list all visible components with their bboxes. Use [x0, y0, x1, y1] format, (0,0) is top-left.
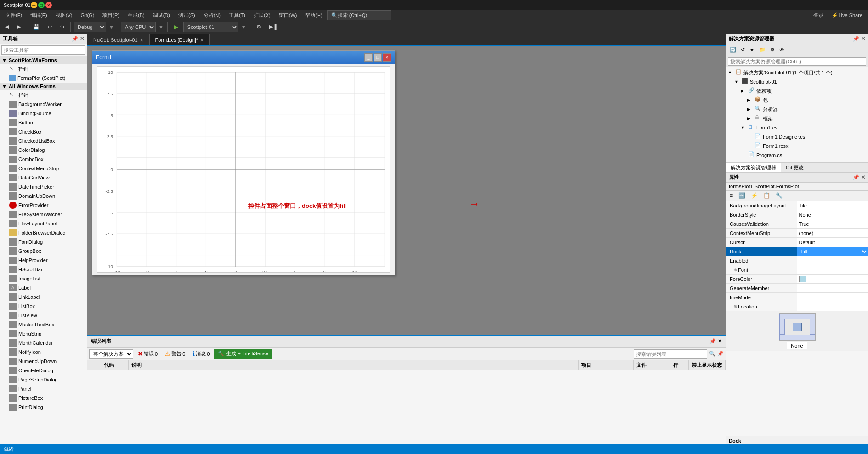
- toolbox-item-label[interactable]: A Label: [0, 283, 87, 292]
- toolbox-item-checkedlistbox[interactable]: CheckedListBox: [0, 136, 87, 146]
- tree-item-form1cs[interactable]: ▼ 🗒 Form1.cs: [726, 123, 868, 132]
- menu-edit[interactable]: 编辑(E): [27, 10, 51, 20]
- toolbox-item-menustrip[interactable]: MenuStrip: [0, 329, 87, 338]
- prop-page-btn[interactable]: 📋: [761, 191, 772, 200]
- toolbox-item-datetimepicker[interactable]: DateTimePicker: [0, 182, 87, 191]
- toolbox-item-listbox[interactable]: ListBox: [0, 302, 87, 311]
- toolbox-search-input[interactable]: [1, 45, 85, 55]
- toolbar-back-btn[interactable]: ◀: [2, 22, 12, 33]
- props-close-icon[interactable]: ✕: [861, 174, 865, 180]
- dock-none-label[interactable]: None: [787, 342, 807, 349]
- toolbox-item-listview[interactable]: ListView: [0, 311, 87, 320]
- config-dropdown[interactable]: Debug Release: [74, 22, 106, 32]
- close-icon[interactable]: ✕: [80, 36, 84, 42]
- prop-value-font[interactable]: [797, 265, 868, 274]
- prop-category-btn[interactable]: ≡: [728, 191, 735, 200]
- search-errors-input[interactable]: [634, 349, 707, 359]
- toolbox-item-pointer-1[interactable]: ↖ 指针: [0, 64, 87, 73]
- toolbox-item-panel[interactable]: Panel: [0, 384, 87, 393]
- sol-search-input[interactable]: [728, 57, 866, 66]
- menu-test[interactable]: 测试(S): [175, 10, 199, 20]
- sol-close-icon[interactable]: ✕: [861, 36, 865, 42]
- tree-item-project[interactable]: ▼ ⬛ Scottplot-01: [726, 77, 868, 86]
- toolbox-item-pointer-2[interactable]: ↖ 指针: [0, 90, 87, 100]
- menu-view[interactable]: 视图(V): [52, 10, 76, 20]
- dock-bottom[interactable]: [779, 335, 815, 340]
- toolbox-item-openfiledialog[interactable]: OpenFileDialog: [0, 366, 87, 375]
- dock-left[interactable]: [779, 319, 785, 335]
- menu-tools[interactable]: 工具(T): [225, 10, 249, 20]
- prop-value-cursor[interactable]: Default: [797, 238, 868, 247]
- dock-visual[interactable]: [779, 313, 816, 341]
- toolbox-item-datagridview[interactable]: DataGridView: [0, 173, 87, 182]
- form-preview[interactable]: Form1 _ □ ✕: [92, 50, 395, 275]
- prop-alpha-btn[interactable]: 🔤: [737, 191, 747, 200]
- dock-fill[interactable]: [793, 323, 802, 331]
- prop-extra-btn[interactable]: 🔧: [774, 191, 784, 200]
- tab-nuget[interactable]: NuGet: Scottplot-01 ✕: [87, 34, 149, 45]
- tree-item-framework[interactable]: ▶ 🏛 框架: [726, 114, 868, 123]
- dock-value-select[interactable]: None Top Bottom Left Right Fill: [797, 247, 868, 256]
- menu-window[interactable]: 窗口(W): [275, 10, 301, 20]
- pin-errors-icon[interactable]: 📌: [717, 351, 724, 357]
- toolbar-redo-btn[interactable]: ↪: [57, 22, 68, 33]
- menu-git[interactable]: Git(G): [77, 10, 98, 20]
- prop-value-bgimagelayout[interactable]: Tile: [797, 201, 868, 210]
- maximize-button[interactable]: □: [38, 2, 45, 8]
- toolbox-item-flowlayoutpanel[interactable]: FlowLayoutPanel: [0, 219, 87, 228]
- error-filter-dropdown[interactable]: 整个解决方案 当前文档: [89, 349, 133, 359]
- dock-none-option[interactable]: None: [728, 342, 866, 349]
- minimize-button[interactable]: ─: [31, 2, 37, 8]
- toolbox-item-formsplot[interactable]: FormsPlot (ScottPlot): [0, 73, 87, 83]
- toolbox-item-contextmenustrip[interactable]: ContextMenuStrip: [0, 164, 87, 173]
- toolbox-item-helpprovider[interactable]: HelpProvider: [0, 256, 87, 265]
- tab-form1design[interactable]: Form1.cs [Design]* ✕: [149, 34, 210, 45]
- menu-search[interactable]: 🔍 搜索 (Ctrl+Q): [327, 10, 391, 20]
- project-dropdown[interactable]: Scottplot-01: [183, 22, 238, 32]
- toolbox-item-notifyicon[interactable]: NotifyIcon: [0, 348, 87, 357]
- run-button[interactable]: ▶: [170, 22, 182, 33]
- bottom-pin-icon[interactable]: 📌: [709, 338, 716, 344]
- sol-filter-btn[interactable]: ▼: [748, 45, 756, 55]
- sol-showallfiles-btn[interactable]: 📁: [757, 45, 767, 55]
- prop-value-borderstyle[interactable]: None: [797, 210, 868, 219]
- right-tab-solution[interactable]: 解决方案资源管理器: [726, 163, 781, 172]
- toolbox-group-allwindows[interactable]: ▼ All Windows Forms: [0, 83, 87, 90]
- prop-value-dock[interactable]: None Top Bottom Left Right Fill: [797, 247, 868, 256]
- sol-props-btn[interactable]: ⚙: [768, 45, 777, 55]
- form-minimize-btn[interactable]: _: [364, 53, 373, 62]
- menu-liveshare[interactable]: ⚡ Live Share: [828, 10, 866, 20]
- menu-analyze[interactable]: 分析(N): [200, 10, 224, 20]
- prop-row-dock[interactable]: Dock None Top Bottom Left Right Fill: [726, 247, 868, 256]
- design-area[interactable]: Form1 _ □ ✕: [87, 46, 726, 335]
- dock-right[interactable]: [810, 319, 815, 335]
- toolbox-item-hscrollbar[interactable]: HScrollBar: [0, 265, 87, 274]
- toolbox-item-groupbox[interactable]: GroupBox: [0, 247, 87, 256]
- toolbox-item-folderbrowserdialog[interactable]: FolderBrowserDialog: [0, 228, 87, 237]
- prop-value-causesvalidation[interactable]: True: [797, 219, 868, 228]
- toolbox-item-bgworker[interactable]: BackgroundWorker: [0, 100, 87, 109]
- toolbox-item-imagelist[interactable]: ImageList: [0, 274, 87, 283]
- prop-value-contextmenustrip[interactable]: (none): [797, 229, 868, 237]
- toolbar-undo-btn[interactable]: ↩: [45, 22, 55, 33]
- form-close-btn[interactable]: ✕: [383, 53, 391, 62]
- toolbox-group-scottplot[interactable]: ▼ ScottPlot.WinForms: [0, 56, 87, 64]
- tree-item-form1designer[interactable]: 📄 Form1.Designer.cs: [726, 132, 868, 141]
- props-pin-icon[interactable]: 📌: [853, 174, 859, 180]
- tree-item-programcs[interactable]: 📄 Program.cs: [726, 151, 868, 160]
- close-button[interactable]: ✕: [45, 2, 52, 8]
- tree-item-packages[interactable]: ▶ 📦 包: [726, 95, 868, 105]
- toolbox-item-fontdialog[interactable]: FontDialog: [0, 237, 87, 247]
- form-maximize-btn[interactable]: □: [374, 53, 382, 62]
- prop-event-btn[interactable]: ⚡: [749, 191, 760, 200]
- toolbox-item-linklabel[interactable]: LinkLabel: [0, 292, 87, 302]
- toolbox-item-combobox[interactable]: ComboBox: [0, 155, 87, 164]
- toolbar-save-btn[interactable]: 💾: [30, 22, 43, 33]
- sol-pin-icon[interactable]: 📌: [853, 36, 859, 42]
- menu-help[interactable]: 帮助(H): [301, 10, 326, 20]
- menu-debug[interactable]: 调试(D): [149, 10, 174, 20]
- toolbox-item-pagesetupdialog[interactable]: PageSetupDialog: [0, 375, 87, 384]
- bottom-close-icon[interactable]: ✕: [718, 338, 722, 344]
- toolbox-item-monthcalendar[interactable]: MonthCalendar: [0, 338, 87, 348]
- prop-value-generatemember[interactable]: [797, 284, 868, 292]
